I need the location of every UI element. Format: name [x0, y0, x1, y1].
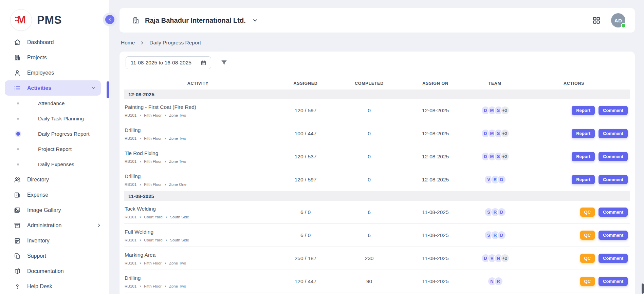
- user-avatar[interactable]: AD: [611, 13, 625, 27]
- sidebar-subitem-daily-task-planning[interactable]: Daily Task Planning: [0, 111, 109, 126]
- assigned-cell: 250 / 187: [272, 247, 339, 270]
- chevron-right-icon: ›: [166, 238, 167, 242]
- path-segment: Zone One: [169, 182, 186, 187]
- team-avatar[interactable]: D: [497, 231, 506, 240]
- sidebar-collapse-button[interactable]: [105, 15, 114, 24]
- qc-button[interactable]: QC: [580, 208, 595, 217]
- report-button[interactable]: Report: [572, 175, 595, 184]
- sidebar-item-label: Administration: [27, 222, 61, 229]
- scrollbar-thumb[interactable]: [642, 283, 644, 294]
- team-avatar[interactable]: +2: [500, 152, 510, 161]
- assign-on-cell: 11-08-2025: [399, 247, 472, 270]
- activity-path: RB101›Court Yard›South Side: [125, 215, 189, 219]
- activity-path: RB101›Fifth Floor›Zone One: [125, 182, 186, 187]
- chevron-right-icon: [140, 41, 144, 45]
- qc-button[interactable]: QC: [580, 277, 595, 286]
- company-selector[interactable]: Raja Bahadur International Ltd.: [132, 16, 258, 24]
- path-segment: Zone Two: [169, 261, 186, 265]
- date-group-row: 12-08-2025: [124, 90, 630, 99]
- team-avatar[interactable]: +2: [500, 129, 510, 138]
- comment-button[interactable]: Comment: [599, 129, 628, 138]
- image-icon: [14, 207, 21, 214]
- sidebar-item-help-desk[interactable]: Help Desk: [0, 279, 109, 294]
- sidebar-item-expense[interactable]: Expense: [0, 187, 109, 202]
- sidebar-item-activities[interactable]: Activities: [5, 80, 101, 96]
- sidebar-item-employees[interactable]: Employees: [0, 65, 109, 80]
- activity-title: Painting - First Coat (Fire Red): [125, 104, 196, 110]
- report-button[interactable]: Report: [572, 106, 595, 115]
- sidebar-subitem-label: Daily Progress Report: [38, 131, 90, 137]
- date-range-input[interactable]: 11-08-2025 to 16-08-2025: [126, 56, 211, 69]
- column-header-completed: COMPLETED: [339, 81, 399, 86]
- brand-logo-icon: M: [10, 9, 32, 31]
- sidebar-subitem-attendance[interactable]: Attendance: [0, 96, 109, 111]
- path-segment: Fifth Floor: [144, 113, 162, 117]
- avatar-initials: AD: [614, 18, 622, 23]
- team-cell: SRD: [472, 224, 518, 247]
- sidebar-item-label: Projects: [27, 55, 47, 61]
- path-segment: Fifth Floor: [144, 182, 162, 187]
- sidebar-item-dashboard[interactable]: Dashboard: [0, 35, 109, 50]
- team-cell: DVN+2: [472, 247, 518, 270]
- chevron-right-icon: ›: [140, 159, 141, 163]
- breadcrumb-home[interactable]: Home: [121, 40, 135, 46]
- table-row: Drilling RB101›Fifth Floor›Zone Two 120 …: [124, 270, 630, 293]
- comment-button[interactable]: Comment: [599, 254, 628, 263]
- qc-button[interactable]: QC: [580, 231, 595, 240]
- comment-button[interactable]: Comment: [599, 152, 628, 161]
- team-avatar[interactable]: +2: [500, 254, 510, 263]
- team-avatar[interactable]: D: [497, 175, 506, 184]
- assign-on-cell: 11-08-2025: [399, 270, 472, 293]
- apps-grid-icon[interactable]: [592, 16, 601, 25]
- activity-path: RB101›Fifth Floor›Zone Two: [125, 284, 186, 288]
- sidebar-item-projects[interactable]: Projects: [0, 50, 109, 65]
- sidebar-item-administration[interactable]: Administration: [0, 218, 109, 233]
- sidebar-subitem-daily-expenses[interactable]: Daily Expenses: [0, 157, 109, 172]
- path-segment: RB101: [125, 159, 136, 163]
- completed-cell: 0: [339, 168, 399, 191]
- sidebar-subitem-label: Daily Task Planning: [38, 116, 84, 122]
- sidebar-item-label: Activities: [27, 85, 51, 91]
- path-segment: Zone Two: [169, 284, 186, 288]
- path-segment: Fifth Floor: [144, 159, 162, 163]
- copy-icon: [14, 252, 21, 260]
- sidebar-item-support[interactable]: Support: [0, 248, 109, 263]
- qc-button[interactable]: QC: [580, 254, 595, 263]
- sidebar-subitem-daily-progress-report[interactable]: Daily Progress Report: [0, 126, 109, 141]
- company-name: Raja Bahadur International Ltd.: [145, 17, 246, 24]
- report-button[interactable]: Report: [572, 152, 595, 161]
- invoice-icon: [14, 191, 21, 199]
- team-avatar[interactable]: D: [497, 208, 506, 217]
- table-row: Tie Rod Fixing RB101›Fifth Floor›Zone Tw…: [124, 145, 630, 168]
- sidebar-item-directory[interactable]: Directory: [0, 172, 109, 187]
- sidebar: M PMS Dashboard Projects Employees Activ…: [0, 0, 109, 294]
- activity-path: RB101›Court Yard›South Side: [125, 238, 189, 242]
- team-avatar[interactable]: R: [494, 277, 503, 286]
- comment-button[interactable]: Comment: [599, 175, 628, 184]
- column-header-actions: ACTIONS: [518, 81, 630, 86]
- comment-button[interactable]: Comment: [599, 277, 628, 286]
- comment-button[interactable]: Comment: [599, 208, 628, 217]
- team-avatar[interactable]: +2: [500, 106, 510, 115]
- table-body: 12-08-2025 Painting - First Coat (Fire R…: [124, 90, 630, 293]
- team-cell: SRD: [472, 201, 518, 223]
- sidebar-item-image-gallary[interactable]: Image Gallary: [0, 202, 109, 218]
- comment-button[interactable]: Comment: [599, 231, 628, 240]
- storefront-icon: [14, 237, 21, 244]
- comment-button[interactable]: Comment: [599, 106, 628, 115]
- report-button[interactable]: Report: [572, 129, 595, 138]
- filter-funnel-icon[interactable]: [220, 59, 228, 66]
- path-segment: RB101: [125, 215, 136, 219]
- chevron-right-icon: ›: [165, 113, 166, 117]
- team-cell: NR: [472, 270, 518, 293]
- assigned-cell: 6 / 0: [272, 224, 339, 247]
- sidebar-item-documentation[interactable]: Documentation: [0, 263, 109, 279]
- assign-on-cell: 12-08-2025: [399, 145, 472, 168]
- active-indicator-bar: [107, 81, 109, 98]
- sidebar-subitem-project-report[interactable]: Project Report: [0, 141, 109, 157]
- sidebar-item-inventory[interactable]: Inventory: [0, 233, 109, 248]
- topbar: Raja Bahadur International Ltd. AD: [119, 8, 635, 33]
- filter-row: 11-08-2025 to 16-08-2025: [124, 56, 630, 69]
- actions-cell: QCComment: [518, 247, 630, 270]
- table-row: Tack Welding RB101›Court Yard›South Side…: [124, 201, 630, 224]
